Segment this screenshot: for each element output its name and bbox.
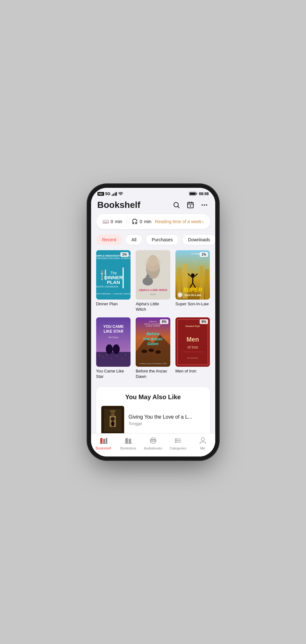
tab-purchases[interactable]: Purchases — [146, 234, 179, 245]
bottom-nav: Bookshelf Bookstore — [91, 433, 215, 456]
iron-svg: Howard Pyle Men of Iron Booklastic — [175, 317, 210, 367]
rec-book-cover: GIVING YOU THE — [101, 406, 124, 433]
content-scroll[interactable]: Bookshelf — [91, 197, 215, 433]
star-svg: YOU CAME LIKE STAR Mu Muyu — [96, 317, 131, 367]
signal-text: 5G — [105, 192, 110, 196]
tab-recent[interactable]: Recent — [96, 234, 122, 245]
alphas-witch-svg: Alpha's Little Witch - Azeht - — [136, 250, 170, 300]
chevron-right-icon: › — [202, 219, 204, 224]
svg-rect-44 — [96, 352, 131, 367]
svg-text:YOU CAME: YOU CAME — [103, 324, 124, 329]
svg-text:Booklastic: Booklastic — [187, 357, 198, 359]
nav-bookstore[interactable]: Bookstore — [116, 436, 141, 450]
books-grid: SIMPLE WEEKNIGHT RECIPES STRATEGIES FOR … — [91, 250, 215, 385]
svg-point-8 — [204, 204, 205, 206]
rec-cover-svg: GIVING YOU THE — [103, 408, 122, 433]
tab-downloads[interactable]: Downloads — [182, 234, 215, 245]
signal-bars — [112, 192, 117, 196]
nav-bookshelf[interactable]: Bookshelf — [91, 436, 116, 450]
svg-rect-102 — [175, 442, 176, 443]
book-icon: 📖 — [103, 218, 109, 224]
book-item-anzac[interactable]: Edited by CRAIG STOCKINGS & JOHN CONNOR … — [136, 317, 170, 379]
nav-categories-label: Categories — [169, 446, 186, 450]
svg-point-61 — [155, 350, 161, 354]
svg-text:& JOHN CONNOR: & JOHN CONNOR — [146, 325, 160, 327]
me-nav-icon — [198, 436, 207, 445]
header-icons — [172, 201, 209, 209]
reading-time-bar[interactable]: 📖 0 min 🎧 0 min Reading time of a week › — [96, 214, 210, 229]
battery-icon — [189, 192, 197, 195]
svg-text:A RECIPE COOKBOOK: A RECIPE COOKBOOK — [96, 285, 118, 288]
svg-text:LIKE STAR: LIKE STAR — [103, 329, 123, 333]
book-cover-super-son: Lin Jianjian — [175, 250, 210, 300]
recommendation-item[interactable]: GIVING YOU THE Giving You the Love of a … — [101, 406, 205, 433]
calendar-icon[interactable] — [186, 201, 195, 209]
svg-text:KATHY BRENNAN — CAROLINE CAMPI: KATHY BRENNAN — CAROLINE CAMPION — [96, 293, 131, 294]
nav-categories[interactable]: Categories — [166, 436, 190, 450]
svg-point-47 — [99, 355, 100, 356]
page-title: Bookshelf — [97, 200, 140, 210]
book-badge-dinner-plan: 1% — [120, 252, 129, 257]
categories-icon-svg — [174, 436, 182, 445]
book-item-super-son[interactable]: Lin Jianjian — [175, 250, 210, 312]
book-item-iron[interactable]: Howard Pyle Men of Iron Booklastic 6% Me… — [175, 317, 210, 379]
time-display: 08:08 — [199, 192, 209, 196]
svg-rect-2 — [188, 202, 193, 208]
svg-text:A military history of Australi: A military history of Australia to 1945 — [139, 362, 167, 364]
svg-point-53 — [125, 355, 126, 355]
reading-time-week-link[interactable]: Reading time of a week › — [151, 219, 203, 224]
svg-text:Edited by: Edited by — [149, 321, 157, 322]
svg-text:Son-In-Law: Son-In-Law — [184, 293, 201, 297]
book-item-star[interactable]: YOU CAME LIKE STAR Mu Muyu You Came Like… — [96, 317, 131, 379]
tab-all[interactable]: All — [125, 234, 143, 245]
book-title-super-son: Super Son-In-Law — [175, 301, 210, 307]
audio-unit: min — [144, 219, 152, 224]
svg-point-49 — [106, 354, 107, 355]
filter-tabs: Recent All Purchases Downloads — [91, 234, 215, 250]
svg-rect-101 — [175, 440, 176, 441]
svg-text:Dawn: Dawn — [147, 341, 159, 346]
svg-text:Mu Muyu: Mu Muyu — [108, 336, 118, 339]
book-badge-super-son: 1% — [200, 252, 208, 257]
svg-rect-85 — [100, 439, 101, 442]
svg-point-94 — [152, 440, 154, 442]
audio-minutes: 0 — [140, 219, 142, 224]
bookshelf-nav-icon — [99, 436, 108, 445]
svg-text:PLAN: PLAN — [107, 280, 120, 285]
svg-point-51 — [117, 356, 117, 356]
rec-info: Giving You the Love of a L... Tongge — [129, 414, 192, 426]
svg-point-59 — [142, 349, 147, 353]
audiobooks-nav-icon — [149, 436, 158, 445]
rec-title: Giving You the Love of a L... — [129, 414, 192, 420]
book-cover-star: YOU CAME LIKE STAR Mu Muyu — [96, 317, 131, 367]
nav-me[interactable]: Me — [190, 436, 215, 450]
bookshelf-icon-svg — [99, 436, 108, 445]
status-left: HD 5G — [97, 192, 124, 196]
book-item-alphas-witch[interactable]: Alpha's Little Witch - Azeht - Alpha's L… — [136, 250, 170, 312]
svg-point-45 — [106, 344, 113, 354]
svg-text:the Anzac: the Anzac — [143, 336, 163, 341]
svg-point-52 — [122, 358, 122, 359]
svg-point-46 — [113, 344, 120, 354]
hd-badge: HD — [97, 192, 104, 196]
headphone-icon: 🎧 — [132, 218, 138, 224]
svg-text:SUPER: SUPER — [183, 287, 202, 293]
nav-audiobooks[interactable]: Audiobooks — [141, 436, 166, 450]
more-options-icon[interactable] — [200, 201, 209, 209]
svg-text:Men: Men — [187, 336, 199, 343]
svg-point-23 — [146, 256, 161, 272]
svg-text:- Azeht -: - Azeht - — [149, 293, 157, 295]
book-badge-iron: 6% — [200, 319, 208, 324]
book-title-anzac: Before the Anzac Dawn — [136, 369, 170, 379]
me-icon-svg — [198, 436, 207, 445]
book-item-dinner-plan[interactable]: SIMPLE WEEKNIGHT RECIPES STRATEGIES FOR … — [96, 250, 131, 312]
bookstore-icon-svg — [124, 436, 133, 445]
search-icon[interactable] — [172, 201, 181, 209]
app-header: Bookshelf — [91, 197, 215, 214]
rec-author: Tongge — [129, 421, 192, 426]
signal-bar-3 — [115, 193, 116, 196]
audiobooks-icon-svg — [149, 436, 158, 445]
svg-rect-100 — [175, 438, 176, 440]
svg-text:CRAIG STOCKINGS: CRAIG STOCKINGS — [144, 323, 162, 325]
nav-bookstore-label: Bookstore — [120, 446, 136, 450]
